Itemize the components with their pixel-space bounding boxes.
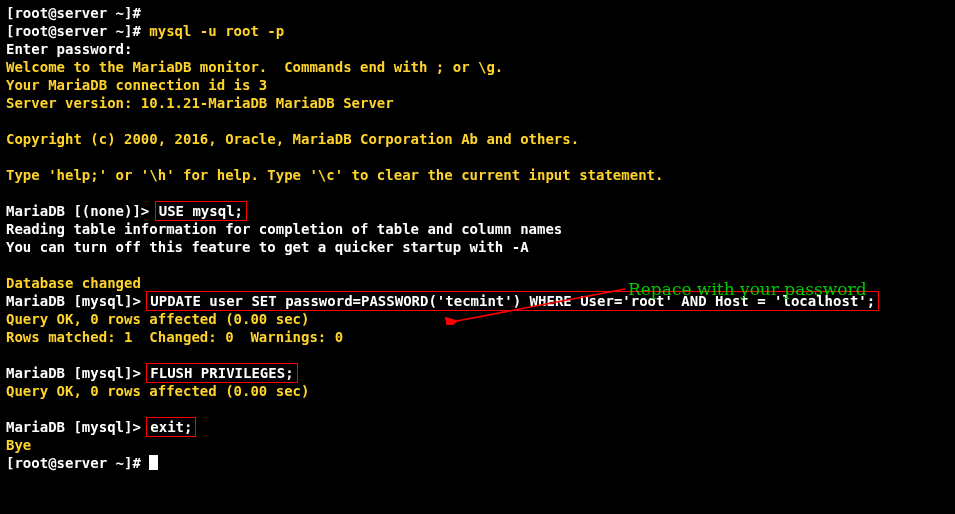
copyright-line: Copyright (c) 2000, 2016, Oracle, MariaD…	[6, 130, 949, 148]
welcome-line-3: Server version: 10.1.21-MariaDB MariaDB …	[6, 94, 949, 112]
use-mysql-box: USE mysql;	[155, 201, 247, 221]
blank-line	[6, 256, 949, 274]
mariadb-mysql-prompt-flush: MariaDB [mysql]> FLUSH PRIVILEGES;	[6, 364, 949, 382]
prompt-with-cmd: [root@server ~]# mysql -u root -p	[6, 22, 949, 40]
enter-password: Enter password:	[6, 40, 949, 58]
mariadb-mysql-prompt-exit: MariaDB [mysql]> exit;	[6, 418, 949, 436]
terminal-cursor[interactable]	[149, 455, 158, 470]
welcome-line-1: Welcome to the MariaDB monitor. Commands…	[6, 58, 949, 76]
password-annotation: Repace with your password	[628, 280, 867, 298]
reading-line-2: You can turn off this feature to get a q…	[6, 238, 949, 256]
exit-box: exit;	[146, 417, 196, 437]
blank-line	[6, 346, 949, 364]
blank-line	[6, 112, 949, 130]
reading-line-1: Reading table information for completion…	[6, 220, 949, 238]
blank-line	[6, 148, 949, 166]
blank-line	[6, 400, 949, 418]
final-prompt: [root@server ~]#	[6, 454, 949, 472]
help-line: Type 'help;' or '\h' for help. Type '\c'…	[6, 166, 949, 184]
rows-matched: Rows matched: 1 Changed: 0 Warnings: 0	[6, 328, 949, 346]
mariadb-none-prompt: MariaDB [(none)]> USE mysql;	[6, 202, 949, 220]
query-ok-1: Query OK, 0 rows affected (0.00 sec)	[6, 310, 949, 328]
blank-line	[6, 184, 949, 202]
welcome-line-2: Your MariaDB connection id is 3	[6, 76, 949, 94]
bye-line: Bye	[6, 436, 949, 454]
prompt-line: [root@server ~]#	[6, 4, 949, 22]
query-ok-2: Query OK, 0 rows affected (0.00 sec)	[6, 382, 949, 400]
mysql-command: mysql -u root -p	[149, 23, 284, 39]
flush-privileges-box: FLUSH PRIVILEGES;	[146, 363, 297, 383]
